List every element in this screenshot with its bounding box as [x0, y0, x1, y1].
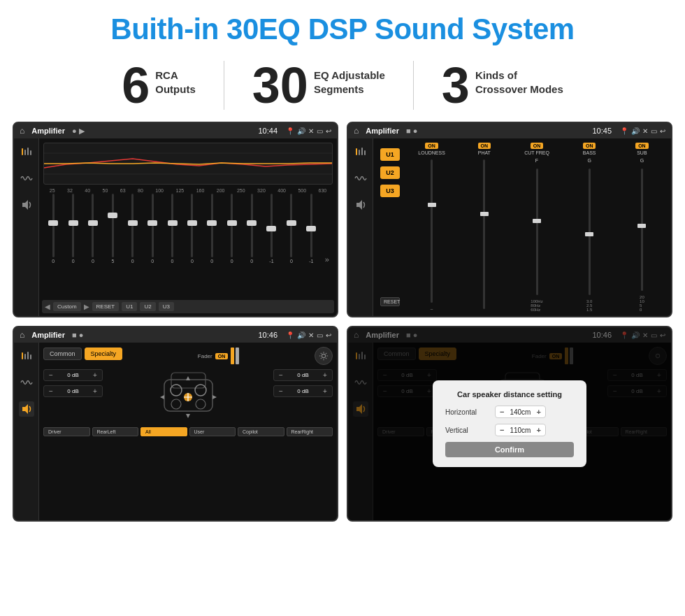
bass-on[interactable]: ON [583, 143, 596, 149]
back-icon-2[interactable]: ↩ [660, 127, 665, 135]
speaker-icon-2[interactable] [353, 197, 368, 213]
reset-button[interactable]: RESET [92, 302, 120, 311]
eq-icon-3[interactable] [19, 348, 34, 364]
right-db2-minus[interactable]: − [277, 387, 285, 395]
speaker-icon[interactable] [19, 197, 34, 213]
dialog-overlay: Car speaker distance setting Horizontal … [348, 327, 671, 520]
fader-slider-2[interactable] [236, 348, 239, 364]
settings-icon[interactable] [315, 347, 333, 365]
bass-toggle: ON BASS G 3.02.51.5 [565, 143, 614, 312]
eq-freq-labels: 2532 4050 6380 100125 160200 250320 4005… [43, 187, 333, 194]
loudness-slider[interactable] [431, 159, 433, 303]
all-button[interactable]: All [140, 427, 187, 436]
vertical-plus[interactable]: + [536, 426, 540, 434]
eq-slider-11[interactable]: -1 [265, 194, 277, 264]
eq-icon[interactable] [19, 144, 34, 159]
eq-slider-6[interactable]: 0 [166, 194, 179, 264]
cutfreq-slider[interactable] [536, 169, 538, 295]
sub-on[interactable]: ON [635, 143, 649, 149]
right-db2-plus[interactable]: + [321, 387, 329, 395]
speaker-icon-3[interactable] [19, 401, 34, 417]
top-controls: Common Specialty Fader ON [43, 347, 333, 365]
u1-button[interactable]: U1 [122, 302, 137, 311]
right-db1-plus[interactable]: + [321, 371, 329, 379]
eq-slider-13[interactable]: -1 [305, 194, 317, 264]
stat-rca: 6 RCA Outputs [94, 60, 224, 110]
expand-icon[interactable]: » [325, 255, 329, 264]
phat-slider[interactable] [483, 159, 485, 309]
home-icon-1[interactable]: ⌂ [20, 126, 24, 136]
wave-icon-2[interactable] [353, 171, 368, 186]
window-icon-2[interactable]: ▭ [651, 127, 657, 135]
eq-icon-2[interactable] [353, 144, 368, 159]
eq-slider-5[interactable]: 0 [146, 194, 159, 264]
loudness-label: LOUDNESS [418, 150, 445, 155]
wave-icon-3[interactable] [19, 375, 34, 390]
svg-rect-11 [364, 150, 366, 155]
svg-rect-14 [24, 354, 26, 359]
eq-slider-8[interactable]: 0 [206, 194, 218, 264]
reset-button-2[interactable]: RESET [380, 297, 400, 306]
custom-button[interactable]: Custom [53, 302, 81, 311]
u2-channel-button[interactable]: U2 [380, 166, 400, 179]
eq-slider-1[interactable]: 0 [67, 194, 80, 264]
fader-on-badge[interactable]: ON [215, 353, 229, 359]
vertical-minus[interactable]: − [500, 426, 504, 434]
wave-icon[interactable] [19, 171, 34, 186]
u3-channel-button[interactable]: U3 [380, 185, 400, 197]
left-db2-minus[interactable]: − [47, 387, 55, 395]
rearright-button[interactable]: RearRight [287, 427, 333, 436]
prev-button[interactable]: ◀ [45, 303, 50, 310]
eq-slider-4[interactable]: 0 [127, 194, 139, 264]
rearleft-button[interactable]: RearLeft [92, 427, 139, 436]
horizontal-plus[interactable]: + [536, 408, 540, 416]
svg-rect-9 [359, 150, 360, 155]
screen-body-3: Common Specialty Fader ON [14, 343, 337, 520]
horizontal-minus[interactable]: − [500, 408, 504, 416]
eq-slider-7[interactable]: 0 [186, 194, 199, 264]
driver-button[interactable]: Driver [43, 427, 90, 436]
eq-slider-2[interactable]: 0 [87, 194, 99, 264]
window-icon[interactable]: ▭ [317, 127, 323, 135]
back-icon-3[interactable]: ↩ [326, 331, 331, 339]
left-db2-plus[interactable]: + [91, 387, 99, 395]
left-db1-plus[interactable]: + [91, 371, 99, 379]
fader-slider-1[interactable] [231, 348, 234, 364]
main-content-1: 2532 4050 6380 100125 160200 250320 4005… [39, 138, 337, 316]
close-icon-2[interactable]: ✕ [642, 127, 648, 135]
specialty-tab[interactable]: Specialty [85, 348, 123, 360]
eq-slider-3[interactable]: 5 [106, 194, 119, 264]
common-tab[interactable]: Common [43, 348, 82, 360]
dialog-horizontal-row: Horizontal − 140cm + [445, 406, 574, 418]
home-icon-2[interactable]: ⌂ [354, 126, 359, 136]
user-button[interactable]: User [189, 427, 236, 436]
eq-slider-10[interactable]: 0 [245, 194, 258, 264]
stat-crossover-number: 3 [442, 60, 470, 110]
next-button[interactable]: ▶ [84, 303, 89, 310]
close-icon[interactable]: ✕ [308, 127, 314, 135]
close-icon-3[interactable]: ✕ [308, 331, 314, 339]
left-db-row-1: − 0 dB + [43, 369, 103, 381]
eq-slider-12[interactable]: 0 [285, 194, 298, 264]
eq-slider-0[interactable]: 0 [47, 194, 59, 264]
right-db1-minus[interactable]: − [277, 371, 285, 379]
u2-button[interactable]: U2 [140, 302, 155, 311]
eq-slider-9[interactable]: 0 [226, 194, 238, 264]
svg-rect-0 [22, 148, 23, 155]
status-icons-1: 📍 🔊 ✕ ▭ ↩ [286, 127, 331, 135]
sub-slider[interactable] [641, 169, 643, 291]
home-icon-3[interactable]: ⌂ [20, 330, 24, 340]
cutfreq-on[interactable]: ON [531, 143, 544, 149]
left-db1-minus[interactable]: − [47, 371, 55, 379]
bass-slider[interactable] [589, 169, 591, 295]
u3-button[interactable]: U3 [159, 302, 174, 311]
u1-channel-button[interactable]: U1 [380, 148, 400, 161]
phat-on[interactable]: ON [478, 143, 491, 149]
right-db1-val: 0 dB [287, 372, 319, 378]
loudness-on[interactable]: ON [425, 143, 438, 149]
window-icon-3[interactable]: ▭ [317, 331, 323, 339]
svg-point-23 [171, 399, 181, 409]
back-icon[interactable]: ↩ [326, 127, 331, 135]
copilot-button[interactable]: Copilot [238, 427, 284, 436]
confirm-button[interactable]: Confirm [445, 442, 574, 457]
